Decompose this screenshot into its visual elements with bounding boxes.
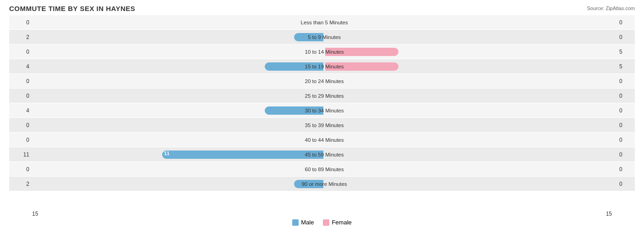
right-bar-area <box>324 15 617 29</box>
right-value: 0 <box>617 78 635 84</box>
right-bar-area <box>324 162 617 176</box>
left-value: 2 <box>9 181 32 187</box>
male-bar <box>265 106 323 115</box>
table-row: 4 15 to 19 Minutes 5 <box>9 59 635 73</box>
left-bar-area <box>32 45 324 59</box>
table-row: 0 10 to 14 Minutes 5 <box>9 45 635 59</box>
left-bar-area <box>32 15 324 29</box>
bars-section: 20 to 24 Minutes <box>32 74 617 88</box>
male-bar <box>265 62 323 71</box>
legend: Male Female <box>9 219 635 226</box>
right-value: 0 <box>617 151 635 158</box>
right-bar-area <box>324 59 617 73</box>
bars-section: 15 to 19 Minutes <box>32 59 617 73</box>
right-value: 0 <box>617 166 635 173</box>
left-value: 0 <box>9 49 32 55</box>
right-bar-area <box>324 45 617 59</box>
table-row: 0 60 to 89 Minutes 0 <box>9 162 635 176</box>
left-value: 0 <box>9 78 32 84</box>
left-bar-area <box>32 59 324 73</box>
bars-section: 5 to 9 Minutes <box>32 30 617 44</box>
right-value: 0 <box>617 34 635 40</box>
bars-section: 25 to 29 Minutes <box>32 89 617 103</box>
right-value: 0 <box>617 122 635 128</box>
left-value: 4 <box>9 107 32 114</box>
source-text: Source: ZipAtlas.com <box>587 6 635 11</box>
legend-female: Female <box>323 219 351 226</box>
table-row: 0 20 to 24 Minutes 0 <box>9 74 635 88</box>
table-row: 11 11 45 to 59 Minutes 0 <box>9 147 635 162</box>
bars-section: Less than 5 Minutes <box>32 15 617 29</box>
female-bar <box>325 48 398 56</box>
table-row: 2 90 or more Minutes 0 <box>9 177 635 191</box>
right-value: 0 <box>617 19 635 26</box>
table-row: 0 40 to 44 Minutes 0 <box>9 133 635 147</box>
bars-section: 40 to 44 Minutes <box>32 133 617 147</box>
table-row: 0 Less than 5 Minutes 0 <box>9 15 635 29</box>
left-bar-area: 11 <box>32 147 324 162</box>
bars-section: 11 45 to 59 Minutes <box>32 147 617 162</box>
right-value: 0 <box>617 93 635 99</box>
male-bar <box>294 180 323 188</box>
right-bar-area <box>324 103 617 117</box>
left-value: 0 <box>9 19 32 26</box>
bars-section: 35 to 39 Minutes <box>32 118 617 132</box>
axis-bottom: 15 15 <box>9 209 635 217</box>
left-bar-area <box>32 133 324 147</box>
right-bar-area <box>324 74 617 88</box>
right-bar-area <box>324 133 617 147</box>
male-bar: 11 <box>162 151 323 159</box>
chart-title: COMMUTE TIME BY SEX IN HAYNES <box>9 5 635 12</box>
table-row: 4 30 to 34 Minutes 0 <box>9 103 635 117</box>
right-bar-area <box>324 147 617 162</box>
table-row: 2 5 to 9 Minutes 0 <box>9 30 635 44</box>
male-color-box <box>292 219 299 226</box>
right-value: 0 <box>617 181 635 187</box>
left-bar-area <box>32 74 324 88</box>
axis-left-label: 15 <box>32 211 38 217</box>
left-bar-area <box>32 30 324 44</box>
right-bar-area <box>324 177 617 191</box>
left-value: 11 <box>9 151 32 158</box>
bars-section: 10 to 14 Minutes <box>32 45 617 59</box>
axis-right-label: 15 <box>606 211 612 217</box>
right-value: 5 <box>617 63 635 70</box>
bars-section: 90 or more Minutes <box>32 177 617 191</box>
male-label: Male <box>301 219 314 226</box>
chart-container: COMMUTE TIME BY SEX IN HAYNES Source: Zi… <box>0 0 644 240</box>
table-row: 0 35 to 39 Minutes 0 <box>9 118 635 132</box>
right-bar-area <box>324 30 617 44</box>
left-bar-area <box>32 118 324 132</box>
left-value: 0 <box>9 166 32 173</box>
bar-value-label: 11 <box>164 151 169 156</box>
right-value: 0 <box>617 137 635 143</box>
left-value: 2 <box>9 34 32 40</box>
left-value: 4 <box>9 63 32 70</box>
chart-area: 0 Less than 5 Minutes 0 2 5 to 9 Minutes <box>9 15 635 208</box>
table-row: 0 25 to 29 Minutes 0 <box>9 89 635 103</box>
bars-section: 60 to 89 Minutes <box>32 162 617 176</box>
left-value: 0 <box>9 93 32 99</box>
right-value: 0 <box>617 107 635 114</box>
right-value: 5 <box>617 49 635 55</box>
legend-male: Male <box>292 219 314 226</box>
right-bar-area <box>324 118 617 132</box>
female-color-box <box>323 219 329 226</box>
left-bar-area <box>32 103 324 117</box>
left-value: 0 <box>9 122 32 128</box>
female-label: Female <box>332 219 351 226</box>
left-bar-area <box>32 89 324 103</box>
bars-section: 30 to 34 Minutes <box>32 103 617 117</box>
left-bar-area <box>32 177 324 191</box>
female-bar <box>325 62 398 71</box>
left-value: 0 <box>9 137 32 143</box>
right-bar-area <box>324 89 617 103</box>
male-bar <box>294 33 323 41</box>
left-bar-area <box>32 162 324 176</box>
